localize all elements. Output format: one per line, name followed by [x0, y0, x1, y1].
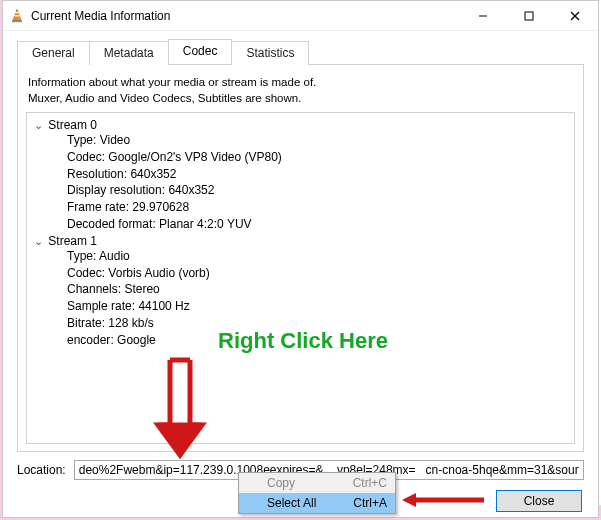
codec-info-text: Information about what your media or str… — [28, 75, 573, 106]
prop-row: Resolution640x352 — [67, 166, 570, 183]
prop-row: encoderGoogle — [67, 332, 570, 349]
ctx-shortcut: Ctrl+A — [353, 496, 387, 510]
tab-statistics[interactable]: Statistics — [231, 41, 309, 65]
prop-row: ChannelsStereo — [67, 281, 570, 298]
prop-row: Bitrate128 kb/s — [67, 315, 570, 332]
dialog-window: Current Media Information General Metada… — [2, 0, 599, 518]
prop-row: CodecVorbis Audio (vorb) — [67, 265, 570, 282]
stream-label: Stream 0 — [48, 118, 97, 132]
info-line-1: Information about what your media or str… — [28, 76, 316, 88]
stream-0-props: TypeVideo CodecGoogle/On2's VP8 Video (V… — [67, 132, 570, 233]
stream-label: Stream 1 — [48, 234, 97, 248]
maximize-button[interactable] — [506, 1, 552, 30]
ctx-shortcut: Ctrl+C — [353, 476, 387, 490]
close-button[interactable]: Close — [496, 490, 582, 512]
stream-node-0[interactable]: ⌄ Stream 0 TypeVideo CodecGoogle/On2's V… — [31, 118, 570, 233]
prop-row: CodecGoogle/On2's VP8 Video (VP80) — [67, 149, 570, 166]
tab-codec[interactable]: Codec — [168, 39, 233, 64]
codec-tree[interactable]: ⌄ Stream 0 TypeVideo CodecGoogle/On2's V… — [26, 112, 575, 444]
prop-row: Display resolution640x352 — [67, 182, 570, 199]
ctx-item-copy: Copy Ctrl+C — [239, 473, 395, 493]
window-controls — [460, 1, 598, 30]
tab-metadata[interactable]: Metadata — [89, 41, 169, 65]
prop-row: TypeAudio — [67, 248, 570, 265]
info-line-2: Muxer, Audio and Video Codecs, Subtitles… — [28, 92, 301, 104]
close-window-button[interactable] — [552, 1, 598, 30]
prop-row: Decoded formatPlanar 4:2:0 YUV — [67, 216, 570, 233]
stream-1-props: TypeAudio CodecVorbis Audio (vorb) Chann… — [67, 248, 570, 349]
stream-node-1[interactable]: ⌄ Stream 1 TypeAudio CodecVorbis Audio (… — [31, 234, 570, 349]
svg-rect-5 — [525, 12, 533, 20]
tab-general[interactable]: General — [17, 41, 90, 65]
codec-panel: Information about what your media or str… — [17, 64, 584, 452]
ctx-label: Copy — [267, 476, 353, 490]
expand-toggle-icon[interactable]: ⌄ — [31, 235, 45, 248]
tab-row: General Metadata Codec Statistics — [3, 31, 598, 64]
window-title: Current Media Information — [31, 9, 460, 23]
vlc-icon — [9, 8, 25, 24]
svg-rect-2 — [14, 15, 19, 16]
prop-row: Sample rate44100 Hz — [67, 298, 570, 315]
svg-rect-1 — [15, 12, 19, 13]
ctx-label: Select All — [267, 496, 353, 510]
prop-row: Frame rate29.970628 — [67, 199, 570, 216]
location-label: Location: — [17, 463, 66, 477]
ctx-item-select-all[interactable]: Select All Ctrl+A — [239, 493, 395, 513]
prop-row: TypeVideo — [67, 132, 570, 149]
minimize-button[interactable] — [460, 1, 506, 30]
svg-rect-3 — [12, 20, 22, 22]
context-menu: Copy Ctrl+C Select All Ctrl+A — [238, 472, 396, 514]
expand-toggle-icon[interactable]: ⌄ — [31, 119, 45, 132]
svg-marker-0 — [13, 9, 21, 20]
titlebar: Current Media Information — [3, 1, 598, 31]
